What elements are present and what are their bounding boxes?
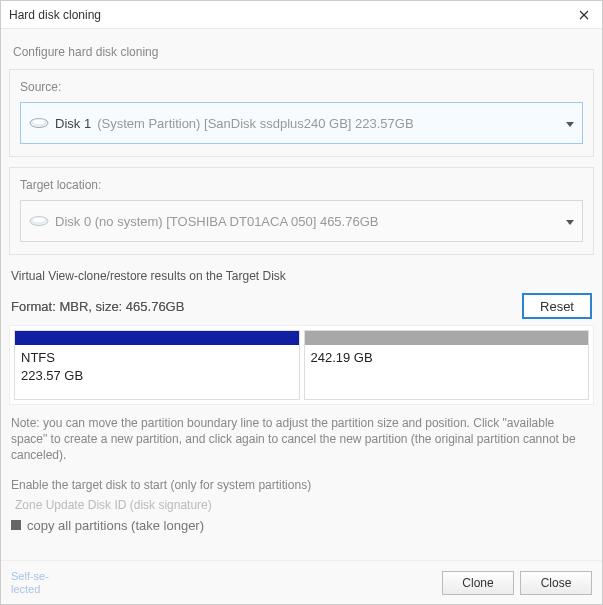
self-selected-label: Self-se- lected (11, 570, 49, 594)
reset-button[interactable]: Reset (522, 293, 592, 319)
target-group: Target location: Disk 0 (no system) [TOS… (9, 167, 594, 255)
partition-size: 242.19 GB (311, 349, 583, 367)
svg-marker-4 (566, 122, 574, 127)
chevron-down-icon (566, 114, 574, 132)
disk-icon (29, 214, 49, 228)
clone-button[interactable]: Clone (442, 571, 514, 595)
svg-point-3 (32, 119, 46, 125)
source-label: Source: (20, 80, 583, 94)
target-label: Target location: (20, 178, 583, 192)
svg-marker-7 (566, 220, 574, 225)
partition-header (15, 331, 299, 345)
source-group: Source: Disk 1 (System Partition) [SanDi… (9, 69, 594, 157)
partition-view[interactable]: NTFS 223.57 GB 242.19 GB (9, 325, 594, 405)
partition-block[interactable]: NTFS 223.57 GB (14, 330, 300, 400)
checkbox-box-icon (11, 520, 21, 530)
close-button[interactable]: Close (520, 571, 592, 595)
partition-fs: NTFS (21, 349, 293, 367)
source-disk-select[interactable]: Disk 1 (System Partition) [SanDisk ssdpl… (20, 102, 583, 144)
copy-all-label: copy all partitions (take longer) (27, 518, 204, 533)
chevron-down-icon (566, 212, 574, 230)
source-disk-name: Disk 1 (55, 116, 91, 131)
close-icon[interactable] (574, 5, 594, 25)
copy-all-checkbox[interactable]: copy all partitions (take longer) (11, 518, 592, 533)
svg-point-6 (32, 217, 46, 223)
format-info: Format: MBR, size: 465.76GB (11, 299, 522, 314)
target-disk-select[interactable]: Disk 0 (no system) [TOSHIBA DT01ACA 050]… (20, 200, 583, 242)
partition-block[interactable]: 242.19 GB (304, 330, 590, 400)
partition-size: 223.57 GB (21, 367, 293, 385)
disk-signature-label: Zone Update Disk ID (disk signature) (15, 498, 588, 512)
enable-boot-label: Enable the target disk to start (only fo… (11, 478, 592, 492)
partition-header (305, 331, 589, 345)
source-disk-desc: (System Partition) [SanDisk ssdplus240 G… (97, 116, 413, 131)
target-disk-name: Disk 0 (no system) [TOSHIBA DT01ACA 050]… (55, 214, 378, 229)
partition-note: Note: you can move the partition boundar… (11, 415, 592, 464)
disk-icon (29, 116, 49, 130)
window-title: Hard disk cloning (9, 8, 574, 22)
page-subtitle: Configure hard disk cloning (13, 45, 594, 59)
virtual-view-label: Virtual View-clone/restore results on th… (11, 269, 592, 283)
